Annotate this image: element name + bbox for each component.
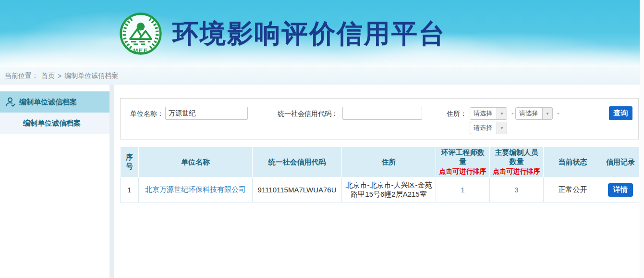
breadcrumb: 当前位置： 首页 > 编制单位诚信档案 [0,67,644,85]
address-label: 住所： [447,107,467,120]
col-header-engineer-count-label: 环评工程师数量 [438,148,487,166]
breadcrumb-label: 当前位置： [5,72,38,80]
sidebar-divider [109,85,114,278]
cell-address: 北京市-北京市-大兴区-金苑路甲15号6幢2层A215室 [342,177,436,202]
mee-logo-text: MEE [133,48,148,54]
scrollbar-track[interactable] [640,0,644,278]
credit-code-label: 统一社会信用代码： [278,107,338,120]
company-name-input[interactable] [165,107,248,120]
breadcrumb-home-link[interactable]: 首页 [41,72,55,80]
sidebar-item-label: 编制单位诚信档案 [19,98,77,107]
col-header-status: 当前状态 [544,147,602,177]
company-link[interactable]: 北京万源世纪环保科技有限公司 [145,185,246,193]
chevron-down-icon: ▼ [542,108,552,119]
sidebar-item-credit-archive[interactable]: 编制单位诚信档案 [0,91,109,113]
engineer-count-link[interactable]: 1 [461,186,464,194]
col-header-staff-count-label: 主要编制人员数量 [492,148,541,166]
header-brand: MEE 环境影响评价信用平台 [119,0,446,67]
sidebar: 编制单位诚信档案 编制单位诚信档案 [0,85,109,278]
province-select[interactable]: 请选择 ▼ [470,107,507,120]
city-select-value: 请选择 [516,108,542,119]
cell-credit-code: 91110115MA7LWUA76U [253,177,342,202]
district-select[interactable]: 请选择 ▼ [470,122,507,134]
province-select-value: 请选择 [470,108,497,119]
chevron-down-icon: ▼ [497,122,507,134]
query-button[interactable]: 查询 [609,106,632,120]
sidebar-subitem-credit-archive[interactable]: 编制单位诚信档案 [0,113,109,134]
search-panel: 单位名称： 统一社会信用代码： 住所： 请选择 ▼ - 请选择 ▼ - 请选择 … [120,98,639,139]
breadcrumb-separator: > [58,72,61,80]
credit-code-input[interactable] [342,107,422,120]
col-header-credit-code: 统一社会信用代码 [253,147,342,177]
col-header-company: 单位名称 [139,147,253,177]
table-header-row: 序号 单位名称 统一社会信用代码 住所 环评工程师数量 点击可进行排序 主要编制… [121,147,639,177]
staff-count-link[interactable]: 3 [514,186,518,194]
user-check-icon [5,96,16,108]
results-table: 序号 单位名称 统一社会信用代码 住所 环评工程师数量 点击可进行排序 主要编制… [120,147,639,202]
col-header-credit-record: 信用记录 [602,147,639,177]
breadcrumb-current: 编制单位诚信档案 [64,72,118,80]
sort-hint-engineer: 点击可进行排序 [438,167,487,176]
company-name-label: 单位名称： [130,107,164,120]
address-dash-2: - [557,107,559,120]
site-header: MEE 环境影响评价信用平台 [0,0,644,67]
col-header-staff-count-sortable[interactable]: 主要编制人员数量 点击可进行排序 [490,147,544,177]
col-header-engineer-count-sortable[interactable]: 环评工程师数量 点击可进行排序 [436,147,490,177]
city-select[interactable]: 请选择 ▼ [515,107,553,120]
cell-status: 正常公开 [544,177,602,202]
main-area: 编制单位诚信档案 编制单位诚信档案 单位名称： 统一社会信用代码： 住所： 请选… [0,85,644,278]
address-dash-1: - [511,107,514,120]
col-header-address: 住所 [342,147,436,177]
cell-index: 1 [121,177,139,202]
mee-logo-icon: MEE [119,12,163,56]
chevron-down-icon: ▼ [497,108,507,119]
sidebar-subitem-label: 编制单位诚信档案 [23,119,81,128]
col-header-index: 序号 [121,147,139,177]
detail-button[interactable]: 详情 [608,183,633,197]
table-row: 1 北京万源世纪环保科技有限公司 91110115MA7LWUA76U 北京市-… [121,177,639,202]
district-select-value: 请选择 [470,122,497,134]
sort-hint-staff: 点击可进行排序 [492,167,541,176]
page-title: 环境影响评价信用平台 [172,16,446,51]
